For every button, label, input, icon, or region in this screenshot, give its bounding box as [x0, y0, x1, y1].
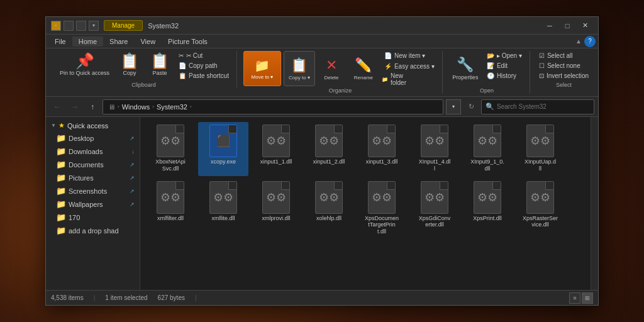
file-item-XInputUap[interactable]: ⚙⚙ XInputUap.dll [515, 122, 565, 176]
menu-bar: File Home Share View Picture Tools ▲ ? [46, 35, 598, 48]
sidebar-item-drop-shadow[interactable]: 📁 add a drop shad [46, 224, 140, 237]
close-button[interactable]: ✕ [577, 19, 593, 32]
pin-label: Pin to Quick access [60, 70, 109, 77]
address-path[interactable]: 🖥 › Windows › System32 › [103, 99, 443, 114]
rename-button[interactable]: ✏️ Rename [348, 51, 379, 86]
history-button[interactable]: 🕐 History [484, 71, 525, 80]
clipboard-small-btns: ✂ ✂ Cut 📄 Copy path 📋 Paste shortcut [176, 51, 231, 80]
easy-access-button[interactable]: ⚡ Easy access ▾ [382, 62, 437, 71]
file-item-xcopy[interactable]: ⬛ xcopy.exe [198, 122, 248, 176]
delete-button[interactable]: ✕ Delete [318, 51, 345, 86]
menu-home[interactable]: Home [72, 36, 103, 47]
rename-icon: ✏️ [355, 57, 372, 74]
paste-button[interactable]: 📋 Paste [146, 51, 174, 79]
help-button[interactable]: ? [584, 36, 596, 47]
invert-icon: ⊡ [539, 72, 544, 79]
screenshots-folder-icon: 📁 [56, 186, 66, 196]
file-item-XpsPrint[interactable]: ⚙⚙ XpsPrint.dll [462, 179, 513, 239]
copy-path-button[interactable]: 📄 Copy path [176, 61, 231, 70]
xolehlp-label: xolehlp.dll [316, 215, 341, 222]
xinput1_3-label: xinput1_3.dll [366, 158, 398, 165]
sidebar-item-pictures[interactable]: 📁 Pictures ↗ [46, 171, 140, 184]
open-button[interactable]: 📂 ▸ Open ▾ [484, 51, 525, 60]
edit-button[interactable]: 📝 Edit [484, 61, 525, 70]
copy-button[interactable]: 📋 Copy [116, 51, 143, 79]
XInputUap-icon: ⚙⚙ [526, 125, 554, 157]
file-item-xmlprovi[interactable]: ⚙⚙ xmlprovi.dll [251, 179, 301, 239]
quick-access-section[interactable]: ▼ ★ Quick access [46, 119, 140, 131]
search-input[interactable] [497, 103, 590, 110]
menu-picture-tools[interactable]: Picture Tools [162, 36, 214, 47]
sidebar-item-screenshots[interactable]: 📁 Screenshots ↗ [46, 184, 140, 197]
cut-button[interactable]: ✂ ✂ Cut [176, 51, 231, 60]
file-item-xmlfilter[interactable]: ⚙⚙ xmlfilter.dll [145, 179, 196, 239]
wallpapers-pin-icon: ↗ [130, 201, 135, 208]
xinput1_2-icon-container: ⚙⚙ [314, 126, 344, 156]
forward-button[interactable]: → [67, 99, 82, 114]
address-dropdown[interactable]: ▾ [446, 99, 461, 114]
screenshots-label: Screenshots [69, 187, 107, 195]
file-item-xmllite[interactable]: ⚙⚙ xmllite.dll [198, 179, 248, 239]
xinput1_3-gear-icon: ⚙⚙ [372, 134, 392, 148]
select-all-button[interactable]: ☑ Select all [536, 51, 591, 60]
title-dropdown-icon[interactable]: ▾ [89, 21, 99, 31]
file-item-xinput1_1[interactable]: ⚙⚙ xinput1_1.dll [251, 122, 301, 176]
back-button[interactable]: ← [50, 99, 65, 114]
xolehlp-gear-icon: ⚙⚙ [319, 191, 339, 204]
documents-folder-icon: 📁 [56, 160, 66, 169]
new-item-button[interactable]: 📄 New item ▾ [382, 51, 437, 60]
new-folder-button[interactable]: 📁 New folder [382, 72, 413, 86]
details-view-button[interactable]: ≡ [569, 292, 580, 304]
path-windows[interactable]: Windows [122, 103, 150, 111]
file-item-XpsGdi[interactable]: ⚙⚙ XpsGdiConverter.dll [409, 179, 460, 239]
file-item-XpsRaster[interactable]: ⚙⚙ XpsRasterService.dll [515, 179, 565, 239]
refresh-button[interactable]: ↻ [464, 99, 479, 114]
file-item-xinput1_3[interactable]: ⚙⚙ xinput1_3.dll [357, 122, 407, 176]
XpsGdi-gear-icon: ⚙⚙ [425, 191, 445, 204]
screenshots-pin-icon: ↗ [130, 188, 135, 194]
copy-to-icon: 📋 [291, 57, 308, 74]
sidebar-item-downloads[interactable]: 📁 Downloads ↓ [46, 145, 140, 158]
icons-view-button[interactable]: ⊞ [582, 292, 593, 304]
manage-tab[interactable]: Manage [104, 20, 143, 31]
sidebar-item-desktop[interactable]: 📁 Desktop ↗ [46, 131, 140, 145]
ribbon-select-group: ☑ Select all ☐ Select none ⊡ Invert sele… [531, 51, 596, 88]
file-item-XpsDocument[interactable]: ⚙⚙ XpsDocumentTargetPrint.dll [357, 179, 407, 239]
paste-shortcut-button[interactable]: 📋 Paste shortcut [176, 71, 231, 80]
invert-selection-button[interactable]: ⊡ Invert selection [536, 71, 591, 80]
search-box: 🔍 [481, 99, 594, 114]
paste-shortcut-icon: 📋 [179, 72, 186, 79]
file-item-xinput1_2[interactable]: ⚙⚙ xinput1_2.dll [304, 122, 354, 176]
path-system32[interactable]: System32 [157, 103, 187, 111]
xinput1_1-label: xinput1_1.dll [260, 158, 292, 165]
minimize-button[interactable]: ─ [541, 19, 558, 32]
scrollbar[interactable] [591, 117, 598, 290]
title-icon-2 [64, 21, 74, 31]
XboxNetApiSvc-label: XboxNetApiSvc.dll [155, 158, 186, 172]
menu-file[interactable]: File [48, 36, 72, 47]
pin-to-quick-access-button[interactable]: 📌 Pin to Quick access [56, 51, 113, 79]
collapse-ribbon-icon[interactable]: ▲ [575, 38, 582, 45]
XpsDocument-gear-icon: ⚙⚙ [372, 191, 392, 204]
menu-view[interactable]: View [134, 36, 162, 47]
maximize-button[interactable]: □ [559, 19, 575, 32]
copy-to-button[interactable]: 📋 Copy to ▾ [284, 51, 315, 86]
status-divider-2: | [195, 294, 197, 301]
title-bar-quick-icons: ▪ ▾ [51, 21, 99, 31]
sidebar-item-wallpapers[interactable]: 📁 Wallpapers ↗ [46, 197, 140, 211]
properties-button[interactable]: 🔧 Properties [449, 51, 482, 86]
properties-icon: 🔧 [457, 57, 474, 73]
file-item-XboxNetApiSvc[interactable]: ⚙⚙ XboxNetApiSvc.dll [145, 122, 196, 176]
xmlfilter-label: xmlfilter.dll [157, 215, 184, 222]
quick-access-icon[interactable]: ▪ [51, 21, 61, 31]
up-button[interactable]: ↑ [85, 99, 100, 114]
file-item-xolehlp[interactable]: ⚙⚙ xolehlp.dll [304, 179, 354, 239]
file-item-XInput1_4[interactable]: ⚙⚙ XInput1_4.dll [409, 122, 460, 176]
menu-share[interactable]: Share [103, 36, 134, 47]
move-to-button[interactable]: 📁 Move to ▾ [243, 51, 281, 86]
sidebar-item-170[interactable]: 📁 170 [46, 211, 140, 224]
select-none-button[interactable]: ☐ Select none [536, 61, 591, 70]
select-none-label: Select none [547, 62, 580, 69]
file-item-XInput9_1_0[interactable]: ⚙⚙ XInput9_1_0.dll [462, 122, 513, 176]
sidebar-item-documents[interactable]: 📁 Documents ↗ [46, 158, 140, 171]
